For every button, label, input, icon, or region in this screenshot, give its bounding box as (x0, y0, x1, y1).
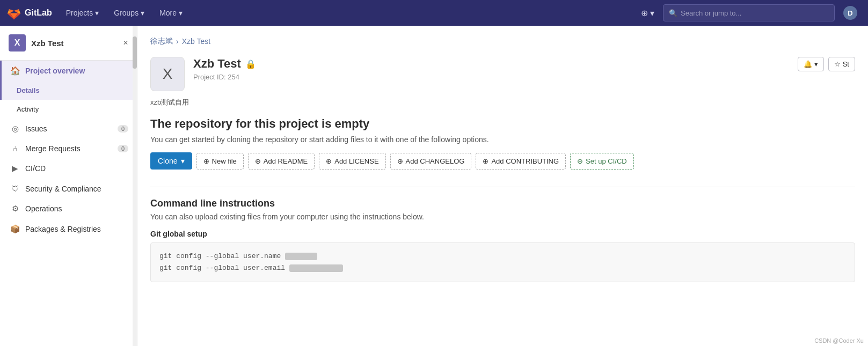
plus-icon: ⊕ (326, 157, 332, 165)
code-block: git config --global user.name git config… (150, 242, 855, 282)
issues-icon: ◎ (10, 124, 20, 134)
nav-plus-button[interactable]: ⊕ ▾ (637, 5, 659, 21)
code-cmd-2: git config --global user.email (159, 262, 285, 274)
scrollbar-thumb[interactable] (133, 36, 137, 69)
plus-icon: ⊕ (203, 157, 209, 165)
sidebar-item-label: CI/CD (25, 164, 46, 173)
chevron-down-icon: ▾ (181, 157, 185, 165)
plus-icon: ⊕ (255, 157, 261, 165)
sidebar-item-label: Packages & Registries (25, 225, 101, 233)
setup-cicd-label: Set up CI/CD (586, 157, 627, 165)
clone-label: Clone (158, 157, 178, 165)
nav-more[interactable]: More ▾ (154, 5, 188, 20)
project-description: xzb测试自用 (150, 98, 855, 107)
shield-icon: 🛡 (10, 184, 20, 193)
empty-repo-heading: The repository for this project is empty (150, 117, 855, 131)
sidebar-item-label: Operations (25, 204, 62, 213)
chevron-down-icon: ▾ (814, 60, 818, 68)
add-contributing-button[interactable]: ⊕ Add CONTRIBUTING (476, 153, 566, 170)
star-button[interactable]: ☆ St (828, 57, 855, 71)
merge-requests-badge: 0 (118, 145, 128, 152)
add-license-button[interactable]: ⊕ Add LICENSE (319, 153, 385, 170)
gitlab-wordmark: GitLab (25, 8, 52, 18)
operations-icon: ⚙ (10, 204, 20, 214)
sidebar-item-issues[interactable]: ◎ Issues 0 (0, 119, 137, 139)
sidebar-item-activity[interactable]: Activity (0, 100, 137, 119)
lock-icon: 🔒 (245, 59, 256, 69)
user-avatar-button[interactable]: D (839, 3, 862, 23)
project-header: X Xzb Test 🔒 Project ID: 254 🔔 ▾ ☆ St (150, 57, 855, 91)
nav-projects[interactable]: Projects ▾ (61, 5, 105, 20)
sidebar-item-label: Project overview (25, 67, 85, 75)
setup-cicd-button[interactable]: ⊕ Set up CI/CD (570, 153, 634, 170)
plus-icon: ⊕ (483, 157, 488, 165)
sidebar-header: X Xzb Test ✕ (0, 26, 137, 61)
git-setup-title: Git global setup (150, 230, 855, 238)
cmd-section-title: Command line instructions (150, 198, 855, 209)
footer-hint: CSDN @Coder Xu (814, 337, 864, 344)
scrollbar[interactable] (133, 26, 137, 346)
gitlab-logo-icon (6, 5, 21, 20)
sidebar-item-operations[interactable]: ⚙ Operations (0, 198, 137, 219)
add-readme-button[interactable]: ⊕ Add README (248, 153, 315, 170)
main-content: 徐志斌 › Xzb Test X Xzb Test 🔒 Project ID: … (137, 26, 868, 346)
chevron-down-icon: ▾ (95, 9, 99, 17)
chevron-down-icon: ▾ (179, 9, 183, 17)
section-divider (150, 187, 855, 187)
sidebar: X Xzb Test ✕ 🏠 Project overview Details … (0, 26, 137, 346)
sidebar-sub-item-label: Details (17, 86, 40, 94)
action-buttons-row: Clone ▾ ⊕ New file ⊕ Add README ⊕ Add LI… (150, 152, 855, 170)
search-icon: 🔍 (669, 9, 677, 17)
new-file-button[interactable]: ⊕ New file (196, 153, 244, 170)
add-changelog-label: Add CHANGELOG (406, 157, 465, 165)
code-line-2: git config --global user.email (159, 262, 846, 274)
sidebar-item-merge-requests[interactable]: ⑃ Merge Requests 0 (0, 139, 137, 158)
sidebar-project-icon: X (9, 34, 26, 51)
notifications-button[interactable]: 🔔 ▾ (798, 57, 824, 71)
cicd-icon: ▶ (10, 164, 20, 173)
user-avatar: D (843, 6, 857, 20)
code-cmd-1: git config --global user.name (159, 251, 281, 262)
project-header-actions: 🔔 ▾ ☆ St (798, 57, 855, 71)
chevron-down-icon: ▾ (650, 9, 654, 18)
top-navigation: GitLab Projects ▾ Groups ▾ More ▾ ⊕ ▾ 🔍 … (0, 0, 868, 26)
nav-groups[interactable]: Groups ▾ (108, 5, 150, 20)
packages-icon: 📦 (10, 224, 20, 234)
sidebar-item-label: Issues (25, 124, 47, 133)
bell-icon: 🔔 (804, 60, 812, 68)
project-title-area: Xzb Test 🔒 Project ID: 254 (193, 57, 789, 81)
project-name: Xzb Test (193, 57, 241, 71)
gitlab-logo[interactable]: GitLab (6, 5, 52, 20)
page-layout: X Xzb Test ✕ 🏠 Project overview Details … (0, 26, 868, 346)
add-license-label: Add LICENSE (334, 157, 378, 165)
sidebar-item-security[interactable]: 🛡 Security & Compliance (0, 179, 137, 198)
sidebar-close-button[interactable]: ✕ (123, 39, 128, 47)
sidebar-item-packages[interactable]: 📦 Packages & Registries (0, 219, 137, 239)
plus-icon: ⊕ (397, 157, 403, 165)
star-icon: ☆ (834, 60, 841, 68)
plus-icon: ⊕ (577, 157, 583, 165)
sidebar-item-project-overview[interactable]: 🏠 Project overview (0, 61, 137, 81)
breadcrumb: 徐志斌 › Xzb Test (150, 36, 855, 46)
project-avatar: X (150, 57, 185, 91)
merge-icon: ⑃ (10, 144, 20, 153)
breadcrumb-parent-link[interactable]: 徐志斌 (150, 36, 173, 46)
add-contributing-label: Add CONTRIBUTING (491, 157, 559, 165)
empty-repo-text: You can get started by cloning the repos… (150, 135, 855, 144)
sidebar-item-cicd[interactable]: ▶ CI/CD (0, 158, 137, 179)
chevron-down-icon: ▾ (141, 9, 144, 17)
add-readme-label: Add README (264, 157, 308, 165)
new-file-label: New file (212, 157, 237, 165)
sidebar-item-label: Merge Requests (25, 144, 81, 153)
code-line-1: git config --global user.name (159, 251, 846, 262)
sidebar-item-label: Security & Compliance (25, 185, 101, 193)
breadcrumb-current: Xzb Test (182, 37, 210, 46)
add-changelog-button[interactable]: ⊕ Add CHANGELOG (390, 153, 472, 170)
issues-badge: 0 (118, 125, 128, 132)
nav-right-icons: ⊕ ▾ (637, 5, 659, 21)
sidebar-item-details[interactable]: Details (0, 81, 137, 100)
search-box[interactable]: 🔍 Search or jump to... (663, 4, 835, 21)
cmd-section-description: You can also upload existing files from … (150, 212, 855, 221)
search-placeholder: Search or jump to... (681, 9, 741, 17)
clone-button[interactable]: Clone ▾ (150, 152, 192, 170)
